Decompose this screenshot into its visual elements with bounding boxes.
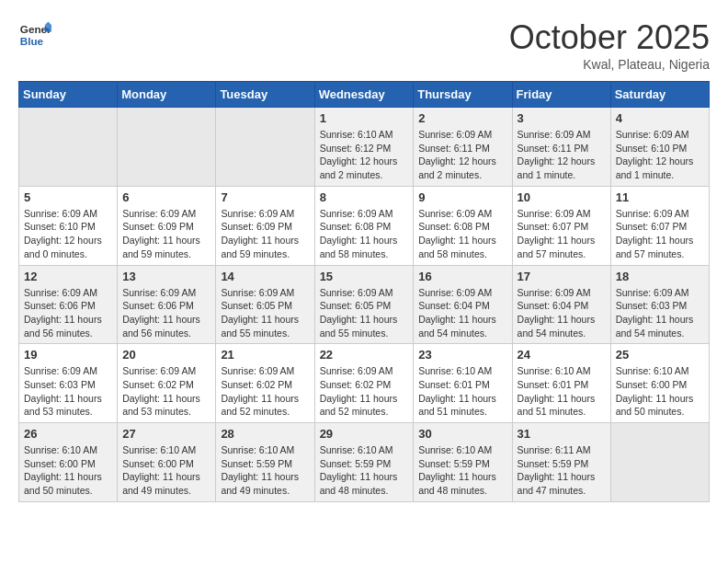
calendar-week-row: 5Sunrise: 6:09 AMSunset: 6:10 PMDaylight… xyxy=(19,186,710,265)
calendar-day-cell: 24Sunrise: 6:10 AMSunset: 6:01 PMDayligh… xyxy=(512,344,610,423)
calendar-day-cell: 8Sunrise: 6:09 AMSunset: 6:08 PMDaylight… xyxy=(314,186,414,265)
calendar-day-cell: 19Sunrise: 6:09 AMSunset: 6:03 PMDayligh… xyxy=(19,344,118,423)
day-info: Sunrise: 6:09 AMSunset: 6:05 PMDaylight:… xyxy=(221,286,309,340)
day-info: Sunrise: 6:09 AMSunset: 6:09 PMDaylight:… xyxy=(221,207,309,261)
weekday-header: Friday xyxy=(512,82,610,108)
day-info: Sunrise: 6:10 AMSunset: 5:59 PMDaylight:… xyxy=(320,443,409,498)
day-info: Sunrise: 6:10 AMSunset: 6:12 PMDaylight:… xyxy=(320,128,409,182)
calendar-day-cell: 10Sunrise: 6:09 AMSunset: 6:07 PMDayligh… xyxy=(512,186,610,265)
day-info: Sunrise: 6:09 AMSunset: 6:06 PMDaylight:… xyxy=(24,286,112,340)
day-info: Sunrise: 6:09 AMSunset: 6:09 PMDaylight:… xyxy=(122,207,210,261)
calendar-week-row: 12Sunrise: 6:09 AMSunset: 6:06 PMDayligh… xyxy=(19,265,710,344)
day-number: 24 xyxy=(518,348,606,362)
calendar-week-row: 19Sunrise: 6:09 AMSunset: 6:03 PMDayligh… xyxy=(19,344,710,423)
day-info: Sunrise: 6:10 AMSunset: 6:00 PMDaylight:… xyxy=(24,443,112,498)
day-number: 17 xyxy=(518,270,606,283)
calendar-day-cell: 11Sunrise: 6:09 AMSunset: 6:07 PMDayligh… xyxy=(610,186,709,265)
day-info: Sunrise: 6:09 AMSunset: 6:03 PMDaylight:… xyxy=(24,364,112,419)
calendar-day-cell: 9Sunrise: 6:09 AMSunset: 6:08 PMDaylight… xyxy=(414,186,512,265)
day-number: 20 xyxy=(122,348,210,362)
calendar-day-cell: 15Sunrise: 6:09 AMSunset: 6:05 PMDayligh… xyxy=(314,265,414,344)
day-number: 19 xyxy=(24,348,112,362)
logo: General Blue xyxy=(18,18,51,52)
day-info: Sunrise: 6:09 AMSunset: 6:07 PMDaylight:… xyxy=(518,207,606,261)
day-number: 28 xyxy=(221,427,309,441)
day-number: 11 xyxy=(616,190,704,204)
day-info: Sunrise: 6:09 AMSunset: 6:03 PMDaylight:… xyxy=(616,286,704,340)
calendar-day-cell: 26Sunrise: 6:10 AMSunset: 6:00 PMDayligh… xyxy=(19,423,118,502)
day-number: 5 xyxy=(24,190,112,204)
calendar-day-cell xyxy=(216,108,314,187)
day-number: 29 xyxy=(320,427,409,441)
day-info: Sunrise: 6:09 AMSunset: 6:05 PMDaylight:… xyxy=(320,286,409,340)
weekday-header: Tuesday xyxy=(216,82,314,108)
month-title: October 2025 xyxy=(509,18,710,57)
svg-text:Blue: Blue xyxy=(20,35,44,47)
day-number: 30 xyxy=(418,427,506,441)
day-number: 18 xyxy=(616,270,704,283)
day-number: 10 xyxy=(518,190,606,204)
calendar-day-cell: 3Sunrise: 6:09 AMSunset: 6:11 PMDaylight… xyxy=(512,108,610,187)
title-block: October 2025 Kwal, Plateau, Nigeria xyxy=(509,18,710,72)
day-number: 13 xyxy=(122,270,210,283)
day-info: Sunrise: 6:10 AMSunset: 6:01 PMDaylight:… xyxy=(418,364,506,419)
day-info: Sunrise: 6:09 AMSunset: 6:10 PMDaylight:… xyxy=(616,128,704,182)
calendar-day-cell: 6Sunrise: 6:09 AMSunset: 6:09 PMDaylight… xyxy=(118,186,216,265)
day-info: Sunrise: 6:10 AMSunset: 5:59 PMDaylight:… xyxy=(221,443,309,498)
calendar-day-cell: 20Sunrise: 6:09 AMSunset: 6:02 PMDayligh… xyxy=(118,344,216,423)
location: Kwal, Plateau, Nigeria xyxy=(509,57,710,72)
day-info: Sunrise: 6:09 AMSunset: 6:08 PMDaylight:… xyxy=(320,207,409,261)
calendar-day-cell: 17Sunrise: 6:09 AMSunset: 6:04 PMDayligh… xyxy=(512,265,610,344)
day-number: 6 xyxy=(122,190,210,204)
calendar-day-cell: 27Sunrise: 6:10 AMSunset: 6:00 PMDayligh… xyxy=(118,423,216,502)
weekday-header: Sunday xyxy=(19,82,118,108)
calendar-day-cell xyxy=(610,423,709,502)
calendar-week-row: 26Sunrise: 6:10 AMSunset: 6:00 PMDayligh… xyxy=(19,423,710,502)
day-info: Sunrise: 6:09 AMSunset: 6:08 PMDaylight:… xyxy=(418,207,506,261)
calendar-day-cell: 31Sunrise: 6:11 AMSunset: 5:59 PMDayligh… xyxy=(512,423,610,502)
calendar-day-cell: 23Sunrise: 6:10 AMSunset: 6:01 PMDayligh… xyxy=(414,344,512,423)
day-number: 16 xyxy=(418,270,506,283)
calendar-day-cell: 5Sunrise: 6:09 AMSunset: 6:10 PMDaylight… xyxy=(19,186,118,265)
weekday-header: Wednesday xyxy=(314,82,414,108)
calendar-day-cell: 28Sunrise: 6:10 AMSunset: 5:59 PMDayligh… xyxy=(216,423,314,502)
calendar-day-cell: 29Sunrise: 6:10 AMSunset: 5:59 PMDayligh… xyxy=(314,423,414,502)
page-header: General Blue October 2025 Kwal, Plateau,… xyxy=(18,18,710,72)
weekday-header: Saturday xyxy=(610,82,709,108)
day-number: 26 xyxy=(24,427,112,441)
day-info: Sunrise: 6:09 AMSunset: 6:11 PMDaylight:… xyxy=(418,128,506,182)
day-number: 14 xyxy=(221,270,309,283)
calendar-day-cell: 2Sunrise: 6:09 AMSunset: 6:11 PMDaylight… xyxy=(414,108,512,187)
calendar-day-cell: 18Sunrise: 6:09 AMSunset: 6:03 PMDayligh… xyxy=(610,265,709,344)
day-info: Sunrise: 6:10 AMSunset: 5:59 PMDaylight:… xyxy=(418,443,506,498)
calendar-day-cell: 4Sunrise: 6:09 AMSunset: 6:10 PMDaylight… xyxy=(610,108,709,187)
day-number: 23 xyxy=(418,348,506,362)
day-number: 8 xyxy=(320,190,409,204)
calendar-day-cell: 25Sunrise: 6:10 AMSunset: 6:00 PMDayligh… xyxy=(610,344,709,423)
day-info: Sunrise: 6:11 AMSunset: 5:59 PMDaylight:… xyxy=(518,443,606,498)
calendar-day-cell: 21Sunrise: 6:09 AMSunset: 6:02 PMDayligh… xyxy=(216,344,314,423)
day-info: Sunrise: 6:09 AMSunset: 6:07 PMDaylight:… xyxy=(616,207,704,261)
logo-icon: General Blue xyxy=(18,18,51,52)
day-info: Sunrise: 6:09 AMSunset: 6:02 PMDaylight:… xyxy=(221,364,309,419)
day-number: 22 xyxy=(320,348,409,362)
calendar-week-row: 1Sunrise: 6:10 AMSunset: 6:12 PMDaylight… xyxy=(19,108,710,187)
day-number: 7 xyxy=(221,190,309,204)
day-number: 12 xyxy=(24,270,112,283)
calendar-table: SundayMondayTuesdayWednesdayThursdayFrid… xyxy=(18,81,710,502)
day-info: Sunrise: 6:09 AMSunset: 6:02 PMDaylight:… xyxy=(122,364,210,419)
day-info: Sunrise: 6:09 AMSunset: 6:04 PMDaylight:… xyxy=(518,286,606,340)
weekday-header: Thursday xyxy=(414,82,512,108)
day-info: Sunrise: 6:09 AMSunset: 6:06 PMDaylight:… xyxy=(122,286,210,340)
calendar-day-cell: 22Sunrise: 6:09 AMSunset: 6:02 PMDayligh… xyxy=(314,344,414,423)
day-number: 31 xyxy=(518,427,606,441)
calendar-day-cell: 14Sunrise: 6:09 AMSunset: 6:05 PMDayligh… xyxy=(216,265,314,344)
day-info: Sunrise: 6:09 AMSunset: 6:04 PMDaylight:… xyxy=(418,286,506,340)
day-number: 21 xyxy=(221,348,309,362)
day-number: 2 xyxy=(418,111,506,125)
day-info: Sunrise: 6:09 AMSunset: 6:11 PMDaylight:… xyxy=(518,128,606,182)
day-number: 9 xyxy=(418,190,506,204)
calendar-day-cell xyxy=(118,108,216,187)
day-number: 27 xyxy=(122,427,210,441)
calendar-day-cell: 7Sunrise: 6:09 AMSunset: 6:09 PMDaylight… xyxy=(216,186,314,265)
